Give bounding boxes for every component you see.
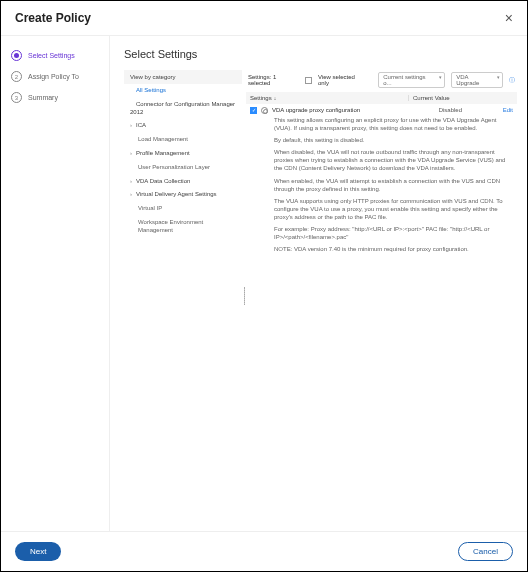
selected-count: Settings: 1 selected — [248, 74, 299, 86]
row-checkbox[interactable] — [250, 107, 257, 114]
step-active-icon — [11, 50, 22, 61]
view-selected-label: View selected only — [318, 74, 366, 86]
dialog-footer: Next Cancel — [1, 531, 527, 571]
step-summary[interactable]: 3 Summary — [11, 92, 99, 103]
dialog-body: Select Settings 2 Assign Policy To 3 Sum… — [1, 36, 527, 531]
edit-link[interactable]: Edit — [503, 107, 513, 113]
step-assign-policy-to[interactable]: 2 Assign Policy To — [11, 71, 99, 82]
col-settings[interactable]: Settings↓ — [250, 95, 404, 101]
view-selected-checkbox[interactable] — [305, 77, 312, 84]
info-icon[interactable]: ⓘ — [509, 76, 515, 85]
cat-profile-management[interactable]: ›Profile Management — [124, 147, 242, 161]
wizard-steps: Select Settings 2 Assign Policy To 3 Sum… — [1, 36, 109, 531]
panel-title: Select Settings — [124, 48, 517, 60]
cat-workspace-env-mgmt[interactable]: Workspace Environment Management — [124, 216, 242, 238]
cat-user-personalization-layer[interactable]: User Personalization Layer — [124, 161, 242, 175]
setting-value: Disabled — [439, 107, 499, 113]
settings-rows: VDA upgrade proxy configuration Disabled… — [246, 104, 517, 521]
cat-connector-cm2012[interactable]: Connector for Configuration Manager 2012 — [124, 98, 242, 120]
settings-content: View by category All Settings Connector … — [124, 70, 517, 521]
setting-name: VDA upgrade proxy configuration — [272, 107, 435, 113]
settings-toolbar: Settings: 1 selected View selected only … — [246, 70, 517, 92]
category-header: View by category — [124, 70, 242, 84]
cat-all-settings[interactable]: All Settings — [124, 84, 242, 98]
cat-vda-data-collection[interactable]: ›VDA Data Collection — [124, 175, 242, 189]
cat-ica[interactable]: ›ICA — [124, 119, 242, 133]
cancel-button[interactable]: Cancel — [458, 542, 513, 561]
step-select-settings[interactable]: Select Settings — [11, 50, 99, 61]
create-policy-dialog: Create Policy × Select Settings 2 Assign… — [0, 0, 528, 572]
sort-icon: ↓ — [274, 95, 277, 101]
cat-vda-agent-settings[interactable]: ›Virtual Delivery Agent Settings — [124, 188, 242, 202]
vda-upgrade-filter[interactable]: VDA Upgrade — [451, 72, 503, 88]
dialog-title: Create Policy — [15, 11, 91, 25]
gear-icon — [261, 107, 268, 114]
setting-description: This setting allows configuring an expli… — [250, 114, 513, 259]
step-number-icon: 3 — [11, 92, 22, 103]
dialog-header: Create Policy × — [1, 1, 527, 36]
category-list: All Settings Connector for Configuration… — [124, 84, 242, 521]
close-icon[interactable]: × — [505, 11, 513, 25]
settings-table-header: Settings↓ Current Value — [246, 92, 517, 104]
settings-detail: Settings: 1 selected View selected only … — [246, 70, 517, 521]
next-button[interactable]: Next — [15, 542, 61, 561]
cat-load-management[interactable]: Load Management — [124, 133, 242, 147]
cat-virtual-ip[interactable]: Virtual IP — [124, 202, 242, 216]
setting-row-vda-upgrade-proxy: VDA upgrade proxy configuration Disabled… — [246, 104, 517, 262]
version-filter-select[interactable]: Current settings o... — [378, 72, 445, 88]
category-column: View by category All Settings Connector … — [124, 70, 242, 521]
main-panel: Select Settings View by category All Set… — [110, 36, 527, 531]
step-number-icon: 2 — [11, 71, 22, 82]
col-current-value[interactable]: Current Value — [413, 95, 493, 101]
